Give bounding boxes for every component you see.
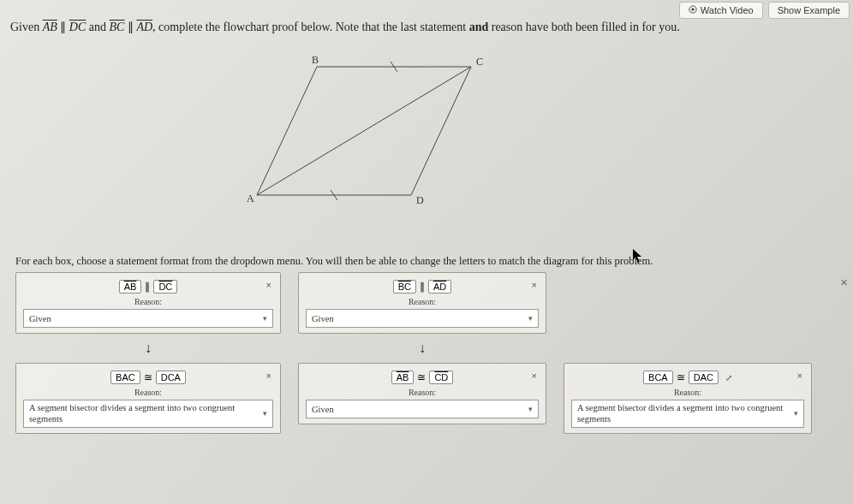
vertex-c-label: C xyxy=(476,56,483,68)
angle-token[interactable]: BCA xyxy=(643,371,673,384)
angle-token[interactable]: DCA xyxy=(156,371,186,384)
svg-line-3 xyxy=(257,67,471,195)
angle-token[interactable]: DAC xyxy=(689,371,719,384)
reason-label: Reason: xyxy=(23,297,273,306)
chevron-down-icon: ▾ xyxy=(263,314,267,323)
segment-token[interactable]: BC xyxy=(393,280,416,294)
chevron-down-icon: ▾ xyxy=(794,409,798,418)
vertex-b-label: B xyxy=(312,54,319,66)
expand-icon[interactable]: ⤢ xyxy=(725,373,732,382)
vertex-d-label: D xyxy=(416,194,424,206)
vertex-a-label: A xyxy=(247,193,254,205)
flow-arrow-icon: ↓ xyxy=(145,341,152,356)
segment-token[interactable]: AB xyxy=(391,371,415,384)
reason-label: Reason: xyxy=(306,297,539,306)
chevron-down-icon: ▾ xyxy=(528,314,533,323)
geometry-diagram: B C A D xyxy=(231,50,505,224)
proof-card-1: AB ∥ DC × Reason: Given▾ xyxy=(15,272,281,334)
reason-dropdown[interactable]: Given▾ xyxy=(306,400,539,418)
reason-label: Reason: xyxy=(306,388,539,397)
play-icon xyxy=(689,5,697,15)
flowchart-proof: AB ∥ DC × Reason: Given▾ ↓ BAC ≅ DCA × R… xyxy=(15,272,844,434)
segment-token[interactable]: CD xyxy=(429,371,453,384)
angle-token[interactable]: BAC xyxy=(110,371,140,384)
chevron-down-icon: ▾ xyxy=(528,405,533,413)
watch-video-label: Watch Video xyxy=(701,5,754,15)
reason-dropdown[interactable]: Given▾ xyxy=(306,309,539,328)
close-icon[interactable]: × xyxy=(532,280,537,290)
close-icon[interactable]: × xyxy=(532,371,537,381)
reason-label: Reason: xyxy=(23,388,273,397)
proof-card-5: BCA ≅ DAC ⤢ × Reason: A segment bisector… xyxy=(564,363,812,434)
svg-marker-1 xyxy=(692,8,695,11)
show-example-button[interactable]: Show Example xyxy=(768,2,850,19)
close-icon[interactable]: × xyxy=(266,280,271,290)
proof-card-3: BAC ≅ DCA × Reason: A segment bisector d… xyxy=(15,363,281,434)
flow-arrow-icon: ↓ xyxy=(419,341,426,356)
reason-dropdown[interactable]: Given▾ xyxy=(23,309,273,328)
reason-label: Reason: xyxy=(571,388,804,397)
segment-token[interactable]: AB xyxy=(119,280,142,294)
close-icon[interactable]: × xyxy=(797,371,802,381)
show-example-label: Show Example xyxy=(778,5,840,15)
watch-video-button[interactable]: Watch Video xyxy=(679,2,763,19)
proof-card-2: BC ∥ AD × Reason: Given▾ xyxy=(298,272,546,334)
instruction-text: For each box, choose a statement format … xyxy=(15,255,653,268)
reason-dropdown[interactable]: A segment bisector divides a segment int… xyxy=(23,400,273,428)
segment-token[interactable]: AD xyxy=(428,280,451,294)
proof-card-4: AB ≅ CD × Reason: Given▾ xyxy=(298,363,546,424)
close-icon[interactable]: × xyxy=(266,371,271,381)
chevron-down-icon: ▾ xyxy=(263,409,267,418)
problem-prompt: Given AB ∥ DC and BC ∥ AD, complete the … xyxy=(10,19,843,36)
reason-dropdown[interactable]: A segment bisector divides a segment int… xyxy=(571,400,804,428)
segment-token[interactable]: DC xyxy=(153,280,177,294)
